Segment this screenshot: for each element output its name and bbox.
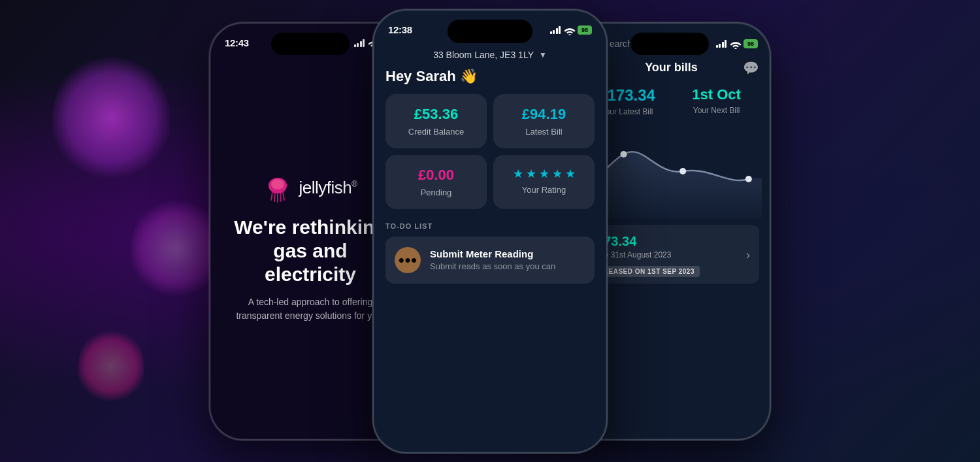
todo-icon: ●●● [395,247,421,273]
next-bill-date: 1st Oct [692,86,741,103]
dashboard-cards: £53.36 Credit Balance £94.19 Latest Bill… [385,94,595,209]
credit-balance-label: Credit Balance [408,127,464,137]
todo-item-meter[interactable]: ●●● Submit Meter Reading Submit reads as… [385,237,595,284]
star-2: ★ [526,167,536,181]
battery-center: 98 [578,25,592,35]
star-5: ★ [565,167,576,181]
tagline-subtext: A tech-led approach to offering transpar… [226,295,395,323]
battery-right: 98 [743,39,758,48]
wifi-icon-center [564,26,574,34]
todo-section: TO-DO LIST ●●● Submit Meter Reading Subm… [385,222,595,284]
tagline-block: We're rethinking gas and electricity A t… [226,216,395,323]
signal-icon-center [550,26,561,34]
svg-line-3 [274,193,275,201]
center-phone-frame: 12:38 98 [372,9,608,454]
todo-text-block: Submit Meter Reading Submit reads as soo… [430,248,585,271]
next-bill-item: 1st Oct Your Next Bill [692,86,741,116]
app-logo: jellyfish® [263,174,357,203]
latest-bill-value: £94.19 [522,106,566,123]
chart-point-4 [745,176,752,182]
status-icons-right: 98 [716,39,759,48]
chart-point-2 [620,151,627,157]
svg-point-1 [271,179,284,190]
dynamic-island-left [271,33,350,55]
credit-balance-card[interactable]: £53.36 Credit Balance [385,94,487,148]
center-phone-wrapper: 12:38 98 [372,9,608,454]
todo-section-label: TO-DO LIST [385,222,595,230]
todo-title: Submit Meter Reading [430,248,585,259]
credit-balance-value: £53.36 [414,106,458,123]
dynamic-island-center [448,20,532,43]
chevron-down-icon: ▼ [539,50,547,59]
phones-container: 12:43 98 [0,0,980,462]
star-1: ★ [513,167,523,181]
next-bill-label: Your Next Bill [693,106,740,115]
jellyfish-svg-icon [263,174,292,203]
search-hint-text: earch [610,39,632,49]
greeting-text: Hey Sarah 👋 [385,68,595,85]
star-3: ★ [539,167,549,181]
signal-icon-left [354,39,365,47]
center-phone-content: 33 Bloom Lane, JE3 1LY ▼ Hey Sarah 👋 £53… [374,44,606,284]
pending-card[interactable]: £0.00 Pending [385,155,487,209]
star-4: ★ [552,167,563,181]
svg-line-6 [283,192,284,200]
svg-line-2 [271,192,272,200]
pending-label: Pending [421,188,452,197]
rating-label: Your Rating [522,185,566,195]
address-text: 33 Bloom Lane, JE3 1LY [433,50,534,60]
rating-card[interactable]: ★ ★ ★ ★ ★ Your Rating [493,155,595,209]
bill-detail-row: £173.34 1st to 31st August 2023 RELEASED… [589,234,750,277]
todo-subtitle: Submit reads as soon as you can [430,261,585,271]
latest-bill-label: Your Latest Bill [601,107,653,116]
stars-row: ★ ★ ★ ★ ★ [513,167,576,181]
wifi-icon-right [730,40,740,48]
chart-point-3 [679,168,686,174]
time-center: 12:38 [388,24,412,35]
bills-title: Your bills [600,61,743,74]
svg-line-5 [280,193,281,201]
status-icons-center: 98 [550,25,593,35]
meter-icon: ●●● [399,254,417,266]
app-name: jellyfish® [299,178,357,198]
time-left: 12:43 [225,37,249,48]
latest-bill-card[interactable]: £94.19 Latest Bill [493,94,595,148]
tagline-heading: We're rethinking gas and electricity [226,216,395,286]
chevron-right-icon: › [746,248,750,262]
latest-bill-label: Latest Bill [525,127,562,137]
signal-icon-right [716,40,727,48]
chat-icon[interactable]: 💬 [743,60,759,76]
pending-value: £0.00 [418,167,454,184]
address-bar[interactable]: 33 Bloom Lane, JE3 1LY ▼ [385,44,595,68]
dynamic-island-right [630,33,709,55]
